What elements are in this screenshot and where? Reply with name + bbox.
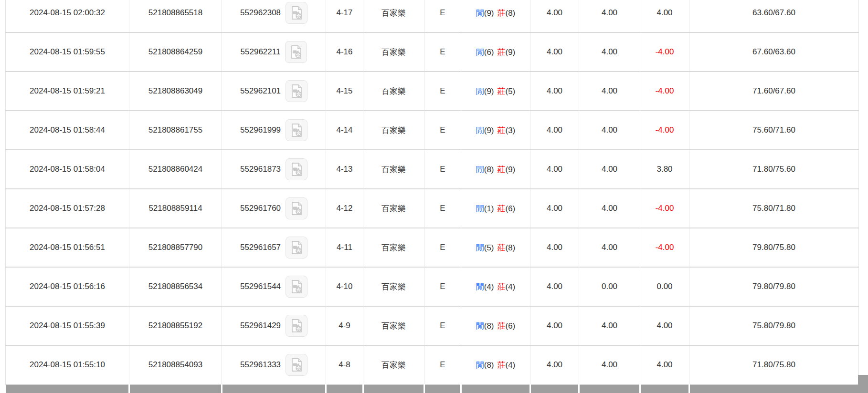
game-name-cell: 百家樂 (363, 345, 424, 384)
video-replay-button[interactable] (286, 80, 307, 102)
subtotal-empty-cell (424, 384, 461, 393)
bet-amount-cell: 4.00 (530, 0, 579, 32)
table-code-cell: E (424, 72, 461, 111)
banker-score: (4) (506, 361, 516, 370)
banker-label: 莊 (498, 361, 506, 370)
win-loss-cell: 4.00 (640, 345, 689, 384)
subtotal-row: 小計 20 80.00 76.00 26.80 (6, 384, 859, 393)
result-cell: 閒(9)莊(5) (461, 72, 530, 111)
subtotal-empty-cell (461, 384, 530, 393)
video-replay-button[interactable] (286, 354, 307, 376)
round-id-value: 552961657 (240, 243, 281, 252)
subtotal-winloss-total: 26.80 (640, 384, 689, 393)
banker-score: (8) (506, 9, 516, 18)
video-file-icon (289, 162, 304, 177)
balance-cell: 67.60/63.60 (689, 32, 859, 72)
table-code-cell: E (424, 32, 461, 72)
round-id-value: 552961873 (240, 165, 281, 174)
game-name-cell: 百家樂 (363, 72, 424, 111)
video-replay-button[interactable] (286, 158, 307, 180)
round-id-value: 552962101 (240, 86, 281, 96)
video-replay-button[interactable] (286, 276, 307, 298)
balance-cell: 75.80/71.80 (689, 189, 859, 228)
win-loss-cell: 4.00 (640, 0, 689, 32)
result-cell: 閒(9)莊(3) (461, 111, 530, 150)
table-row: 2024-08-15 01:57:28 521808859114 5529617… (6, 189, 859, 228)
banker-label: 莊 (498, 87, 506, 96)
round-number-cell: 4-11 (326, 228, 363, 267)
video-replay-button[interactable] (286, 119, 307, 141)
player-score: (9) (484, 87, 494, 96)
bet-time-cell: 2024-08-15 01:58:04 (6, 150, 129, 189)
table-row: 2024-08-15 01:55:39 521808855192 5529614… (6, 306, 859, 345)
round-id-cell: 552961544 (222, 267, 326, 306)
win-loss-cell: -4.00 (640, 32, 689, 72)
round-id-value: 552962308 (240, 8, 281, 18)
player-label: 閒 (476, 48, 484, 57)
player-score: (5) (484, 243, 494, 252)
balance-cell: 71.80/75.60 (689, 150, 859, 189)
balance-cell: 75.60/71.60 (689, 111, 859, 150)
subtotal-empty-cell (326, 384, 363, 393)
round-id-value: 552961999 (240, 125, 281, 135)
round-id-cell: 552961429 (222, 306, 326, 345)
game-name-cell: 百家樂 (363, 32, 424, 72)
table-row: 2024-08-15 01:59:55 521808864259 5529622… (6, 32, 859, 72)
banker-label: 莊 (498, 243, 506, 252)
banker-label: 莊 (498, 48, 506, 57)
win-loss-cell: -4.00 (640, 228, 689, 267)
balance-cell: 75.80/79.80 (689, 306, 859, 345)
bet-id-cell: 521808861755 (129, 111, 222, 150)
banker-score: (9) (506, 165, 516, 174)
balance-cell: 63.60/67.60 (689, 0, 859, 32)
table-code-cell: E (424, 228, 461, 267)
round-id-cell: 552961999 (222, 111, 326, 150)
video-file-icon (289, 318, 304, 333)
round-number-cell: 4-17 (326, 0, 363, 32)
bet-time-cell: 2024-08-15 01:55:10 (6, 345, 129, 384)
player-label: 閒 (476, 165, 484, 174)
bet-time-cell: 2024-08-15 01:59:55 (6, 32, 129, 72)
result-cell: 閒(9)莊(8) (461, 0, 530, 32)
table-row: 2024-08-15 01:59:21 521808863049 5529621… (6, 72, 859, 111)
bet-time-cell: 2024-08-15 01:59:21 (6, 72, 129, 111)
valid-bet-cell: 4.00 (579, 72, 640, 111)
table-row: 2024-08-15 01:58:04 521808860424 5529618… (6, 150, 859, 189)
video-replay-button[interactable] (286, 197, 307, 219)
player-score: (8) (484, 165, 494, 174)
result-cell: 閒(6)莊(9) (461, 32, 530, 72)
player-score: (6) (484, 48, 494, 57)
video-replay-button[interactable] (286, 2, 307, 24)
player-score: (9) (484, 126, 494, 135)
video-replay-button[interactable] (286, 237, 307, 259)
bet-amount-cell: 4.00 (530, 267, 579, 306)
win-loss-cell: -4.00 (640, 72, 689, 111)
bet-id-cell: 521808863049 (129, 72, 222, 111)
bet-id-cell: 521808857790 (129, 228, 222, 267)
bet-time-cell: 2024-08-15 02:00:32 (6, 0, 129, 32)
bet-history-rows: 2024-08-15 02:00:32 521808865518 5529623… (6, 0, 859, 384)
round-id-cell: 552961760 (222, 189, 326, 228)
bet-amount-cell: 4.00 (530, 32, 579, 72)
game-name-cell: 百家樂 (363, 111, 424, 150)
video-replay-button[interactable] (285, 41, 307, 63)
player-label: 閒 (476, 243, 484, 252)
subtotal-bet-total: 80.00 (530, 384, 579, 393)
balance-cell: 71.80/75.80 (689, 345, 859, 384)
subtotal-label: 小計 (6, 384, 129, 393)
player-score: (8) (484, 361, 494, 370)
win-loss-cell: 0.00 (640, 267, 689, 306)
valid-bet-cell: 4.00 (579, 111, 640, 150)
round-id-cell: 552962211 (222, 32, 326, 72)
player-label: 閒 (476, 282, 484, 291)
win-loss-cell: 4.00 (640, 306, 689, 345)
valid-bet-cell: 4.00 (579, 32, 640, 72)
video-replay-button[interactable] (286, 315, 307, 337)
win-loss-cell: 3.80 (640, 150, 689, 189)
subtotal-empty-cell (363, 384, 424, 393)
round-number-cell: 4-14 (326, 111, 363, 150)
table-row: 2024-08-15 01:55:10 521808854093 5529613… (6, 345, 859, 384)
valid-bet-cell: 4.00 (579, 306, 640, 345)
result-cell: 閒(8)莊(9) (461, 150, 530, 189)
video-file-icon (289, 357, 304, 372)
